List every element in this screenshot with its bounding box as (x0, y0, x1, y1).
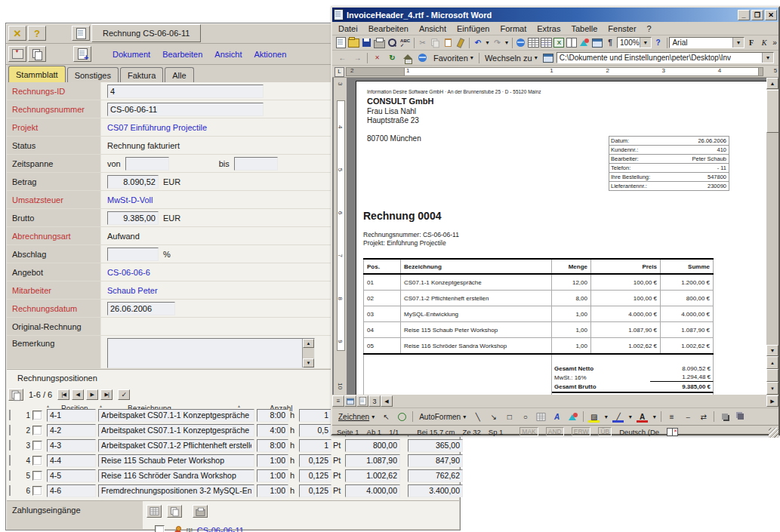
projekt-link[interactable]: CS07 Einführung Projectile (107, 123, 207, 132)
net-input[interactable] (345, 454, 400, 467)
position-row-icon[interactable] (9, 425, 11, 435)
factor-input[interactable] (299, 484, 331, 497)
scroll-up-icon[interactable] (766, 78, 778, 89)
menu-ansicht[interactable]: Ansicht (214, 50, 242, 59)
minimize-button[interactable]: _ (738, 10, 750, 20)
outline-view-button[interactable]: 3 (368, 395, 381, 407)
fill-color-button[interactable]: ▨ (587, 411, 601, 423)
font-color-dropdown[interactable] (651, 411, 658, 423)
redo-button[interactable] (491, 36, 503, 49)
row-checkbox[interactable] (32, 471, 42, 481)
bezeichnung-input[interactable] (98, 409, 254, 422)
close-button[interactable] (765, 10, 777, 20)
mitarbeiter-link[interactable]: Schaub Peter (107, 286, 158, 295)
time-input[interactable] (257, 454, 288, 467)
italic-button[interactable]: K (758, 36, 770, 49)
payment-copy-button[interactable] (167, 505, 182, 518)
scroll-right-icon[interactable] (766, 395, 778, 407)
row-checkbox[interactable] (32, 411, 42, 420)
dash-style-button[interactable]: --- (680, 411, 695, 423)
insert-table-button[interactable] (541, 36, 553, 49)
cost-input[interactable] (408, 469, 463, 482)
bold-button[interactable]: F (745, 36, 757, 49)
line-style-button[interactable] (664, 411, 679, 423)
spelling-button[interactable]: ABC✓ (399, 36, 412, 49)
wordart-button[interactable]: A (550, 411, 564, 423)
von-input[interactable] (125, 157, 169, 171)
abschlag-input[interactable] (107, 248, 159, 261)
rechnungsdatum-input[interactable] (107, 302, 175, 315)
stop-button[interactable] (370, 51, 384, 64)
net-input[interactable] (345, 484, 400, 497)
columns-button[interactable] (566, 36, 578, 49)
zeichnen-menu[interactable]: Zeichnen (335, 412, 378, 422)
factor-input[interactable] (299, 469, 331, 482)
fill-color-dropdown[interactable] (603, 411, 609, 423)
window-title-tab[interactable]: Rechnung CS-06-06-11 (91, 24, 201, 42)
cost-input[interactable] (408, 439, 463, 452)
pager-copy-button[interactable] (8, 389, 23, 401)
scroll-up-icon[interactable] (303, 339, 314, 348)
bezeichnung-input[interactable] (98, 454, 254, 467)
factor-input[interactable] (299, 454, 331, 467)
bezeichnung-input[interactable] (98, 424, 254, 437)
pager-select-all-button[interactable] (118, 389, 130, 400)
tab-alle[interactable]: Alle (165, 67, 193, 82)
bis-input[interactable] (234, 157, 278, 171)
row-checkbox[interactable] (32, 441, 42, 451)
back-button[interactable] (335, 51, 350, 64)
resize-grip[interactable] (769, 428, 778, 438)
line-button[interactable]: ╲ (470, 411, 485, 423)
time-input[interactable] (257, 409, 288, 422)
position-row-icon[interactable] (9, 470, 11, 481)
payment-checkbox[interactable] (155, 525, 165, 532)
payment-link[interactable]: CS-06-06-11 (197, 526, 244, 532)
bemerkung-textarea[interactable] (107, 338, 315, 368)
new-document-button[interactable] (335, 36, 347, 49)
cost-input[interactable] (408, 484, 463, 497)
select-objects-button[interactable]: ↖ (379, 411, 393, 423)
next-page-button[interactable] (766, 382, 778, 395)
position-input[interactable] (47, 439, 96, 452)
payment-list-button[interactable] (146, 505, 162, 518)
scroll-left-icon[interactable] (381, 395, 393, 407)
show-toolbar-button[interactable] (541, 51, 556, 64)
bezeichnung-input[interactable] (98, 469, 254, 482)
payment-print-button[interactable] (193, 505, 208, 518)
line-color-dropdown[interactable] (627, 411, 634, 423)
menu-ansicht[interactable]: Ansicht (419, 24, 446, 33)
arrow-button[interactable]: ↘ (486, 411, 501, 423)
factor-input[interactable] (299, 439, 331, 452)
menu-format[interactable]: Format (500, 24, 526, 33)
rechnungsnummer-input[interactable] (107, 103, 264, 116)
menu-extras[interactable]: Extras (537, 24, 560, 33)
document-page[interactable]: Information Desire Software GmbH · An de… (356, 81, 768, 395)
threed-button[interactable] (733, 411, 748, 423)
net-input[interactable] (345, 439, 400, 452)
vertical-ruler[interactable]: 3 4 5 6 7 8 9 10 11 (334, 78, 347, 395)
vertical-scrollbar[interactable] (766, 78, 778, 395)
position-row-icon[interactable] (9, 440, 11, 451)
scroll-down-icon[interactable] (766, 345, 778, 356)
menu-dokument[interactable]: Dokument (113, 50, 150, 59)
format-painter-button[interactable] (455, 36, 467, 49)
position-row-icon[interactable] (9, 455, 11, 466)
forward-button[interactable] (350, 51, 365, 64)
row-checkbox[interactable] (32, 486, 42, 496)
tables-borders-button[interactable] (528, 36, 540, 49)
tab-stammblatt[interactable]: Stammblatt (8, 66, 66, 82)
home-button[interactable] (400, 51, 415, 64)
scrollbar-thumb[interactable] (766, 90, 778, 133)
position-input[interactable] (47, 469, 96, 482)
clipart-button[interactable] (566, 411, 580, 423)
redo-dropdown[interactable] (504, 36, 510, 49)
insert-excel-button[interactable]: X (553, 36, 565, 49)
line-color-button[interactable]: ╱ (611, 411, 625, 423)
menu-datei[interactable]: Datei (338, 24, 358, 33)
tab-sonstiges[interactable]: Sonstiges (67, 67, 119, 82)
position-input[interactable] (47, 409, 96, 422)
position-input[interactable] (47, 484, 96, 497)
row-checkbox[interactable] (32, 426, 42, 435)
paste-button[interactable] (442, 36, 454, 49)
web-layout-view-button[interactable] (344, 395, 356, 407)
